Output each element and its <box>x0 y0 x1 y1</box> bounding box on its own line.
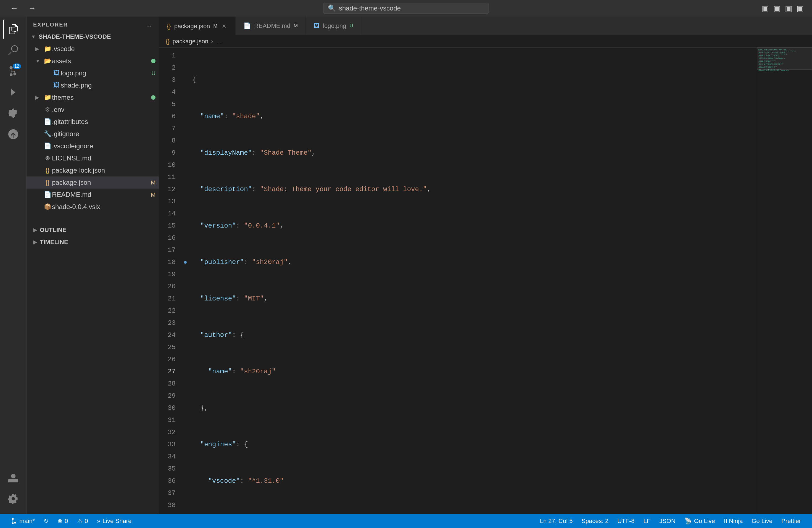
tree-item-shade-png[interactable]: 🖼 shade.png <box>27 79 159 91</box>
status-encoding[interactable]: UTF-8 <box>613 514 639 528</box>
tree-item-env[interactable]: ⚙ .env <box>27 104 159 116</box>
status-language[interactable]: JSON <box>655 514 680 528</box>
tree-item-themes[interactable]: ▶ 📁 themes <box>27 91 159 104</box>
gutter <box>181 47 189 514</box>
activity-item-source-control[interactable]: 12 <box>3 61 23 81</box>
tab-package-json-close[interactable]: ✕ <box>221 23 228 30</box>
layout-toggle-3[interactable]: ▣ <box>785 4 792 13</box>
minimap[interactable]: {"name":"shade","displayName":"Shade The… <box>757 47 812 514</box>
tree-item-root[interactable]: ▼ SHADE-THEME-VSCODE <box>27 31 159 43</box>
root-folder-label: SHADE-THEME-VSCODE <box>39 33 159 40</box>
status-golive2[interactable]: Go Live <box>747 514 777 528</box>
tree-item-assets[interactable]: ▼ 📂 assets <box>27 55 159 67</box>
activity-item-explorer[interactable] <box>3 19 23 39</box>
json-file-icon: {} <box>43 167 52 174</box>
tab-package-json[interactable]: {} package.json M ✕ <box>159 17 236 35</box>
status-branch[interactable]: main* <box>6 514 39 528</box>
code-line-7: "license": "MIT", <box>192 293 757 305</box>
liveshare-text: Live Share <box>102 517 131 525</box>
status-ninja[interactable]: II Ninja <box>720 514 747 528</box>
spaces-text: Spaces: 2 <box>581 517 608 525</box>
editor-area: {} package.json M ✕ 📄 README.md M 🖼 logo… <box>159 17 812 514</box>
themes-modified-indicator <box>151 95 156 100</box>
layout-toggle-2[interactable]: ▣ <box>773 4 781 13</box>
tab-logo-badge: U <box>350 23 353 29</box>
svg-point-0 <box>184 261 187 264</box>
tab-package-json-label: package.json <box>174 23 210 30</box>
golive-icon: 📡 <box>684 517 692 525</box>
tree-item-vsix[interactable]: 📦 shade-0.0.4.vsix <box>27 201 159 213</box>
ninja-text: II Ninja <box>724 517 743 525</box>
gitignore-file-icon: 🔧 <box>43 130 52 137</box>
tree-item-gitignore[interactable]: 🔧 .gitignore <box>27 128 159 140</box>
tab-readme[interactable]: 📄 README.md M <box>236 17 306 35</box>
tree-item-readme[interactable]: 📄 README.md M <box>27 189 159 201</box>
license-file-icon: ⊛ <box>43 155 52 162</box>
tree-item-vscode[interactable]: ▶ 📁 .vscode <box>27 43 159 55</box>
shade-png-label: shade.png <box>61 82 159 89</box>
tree-item-logo-png[interactable]: 🖼 logo.png U <box>27 67 159 79</box>
activity-item-settings[interactable] <box>3 489 23 509</box>
activity-item-search[interactable] <box>3 40 23 60</box>
back-button[interactable]: ← <box>8 3 20 14</box>
tab-logo[interactable]: 🖼 logo.png U <box>306 17 361 35</box>
status-sync[interactable]: ↻ <box>39 514 53 528</box>
minimap-viewport <box>757 47 812 70</box>
status-errors[interactable]: ⊗ 0 <box>53 514 72 528</box>
warning-count: 0 <box>85 517 88 525</box>
main-layout: 12 EXPLORER … ▼ S <box>0 17 812 514</box>
titlebar-search[interactable]: 🔍 shade-theme-vscode <box>323 3 489 14</box>
chevron-down-icon: ▼ <box>31 34 39 40</box>
code-line-9: "name": "sh20raj" <box>192 366 757 378</box>
code-line-11: "engines": { <box>192 439 757 451</box>
tab-readme-icon: 📄 <box>243 23 251 30</box>
vscodeignore-file-icon: 📄 <box>43 143 52 150</box>
status-warnings[interactable]: ⚠ 0 <box>73 514 92 528</box>
code-content[interactable]: { "name": "shade", "displayName": "Shade… <box>189 47 757 514</box>
code-line-13: }, <box>192 511 757 514</box>
liveshare-icon: » <box>97 517 100 525</box>
breadcrumb-more[interactable]: … <box>216 38 222 45</box>
chevron-right-icon: ▶ <box>35 46 43 52</box>
breadcrumb-filename[interactable]: package.json <box>173 38 208 45</box>
tabs-bar: {} package.json M ✕ 📄 README.md M 🖼 logo… <box>159 17 812 35</box>
tree-item-vscodeignore[interactable]: 📄 .vscodeignore <box>27 140 159 152</box>
activity-item-account[interactable] <box>3 468 23 488</box>
status-liveshare[interactable]: » Live Share <box>92 514 136 528</box>
code-line-12: "vscode": "^1.31.0" <box>192 475 757 487</box>
status-position[interactable]: Ln 27, Col 5 <box>536 514 577 528</box>
tab-logo-label: logo.png <box>323 23 346 30</box>
activity-item-run[interactable] <box>3 82 23 102</box>
sidebar-header: EXPLORER … <box>27 17 159 31</box>
status-prettier[interactable]: Prettier <box>777 514 806 528</box>
logo-png-label: logo.png <box>61 69 151 77</box>
status-bar: main* ↻ ⊗ 0 ⚠ 0 » Live Share Ln 27, Col … <box>0 514 812 528</box>
status-golive[interactable]: 📡 Go Live <box>680 514 720 528</box>
chevron-down-icon: ▼ <box>35 58 43 64</box>
timeline-section[interactable]: ▶ TIMELINE <box>27 236 159 248</box>
tree-item-package-lock[interactable]: {} package-lock.json <box>27 164 159 176</box>
tree-item-license[interactable]: ⊛ LICENSE.md <box>27 152 159 164</box>
outline-chevron: ▶ <box>33 227 37 233</box>
sidebar-header-actions[interactable]: … <box>146 21 152 28</box>
sidebar-more-actions[interactable]: … <box>146 21 152 28</box>
layout-toggle-1[interactable]: ▣ <box>762 4 769 13</box>
tab-logo-icon: 🖼 <box>314 23 320 30</box>
image-file-icon-2: 🖼 <box>52 82 61 89</box>
activity-item-extensions[interactable] <box>3 103 23 123</box>
activity-bottom <box>3 468 23 514</box>
breadcrumb-file-icon: {} <box>166 38 170 45</box>
outline-section[interactable]: ▶ OUTLINE <box>27 224 159 236</box>
code-line-10: }, <box>192 402 757 414</box>
forward-button[interactable]: → <box>26 3 38 14</box>
sidebar-title: EXPLORER <box>33 21 68 28</box>
editor-content: 12345 678910 1112131415 1617181920 21222… <box>159 47 812 514</box>
tree-item-package-json[interactable]: {} package.json M <box>27 176 159 189</box>
status-spaces[interactable]: Spaces: 2 <box>577 514 613 528</box>
folder-open-icon: 📂 <box>43 57 52 64</box>
status-eol[interactable]: LF <box>639 514 655 528</box>
layout-toggle-4[interactable]: ▣ <box>797 4 804 13</box>
tree-item-gitattributes[interactable]: 📄 .gitattributes <box>27 116 159 128</box>
env-label: .env <box>52 106 159 114</box>
activity-item-remote[interactable] <box>3 124 23 144</box>
